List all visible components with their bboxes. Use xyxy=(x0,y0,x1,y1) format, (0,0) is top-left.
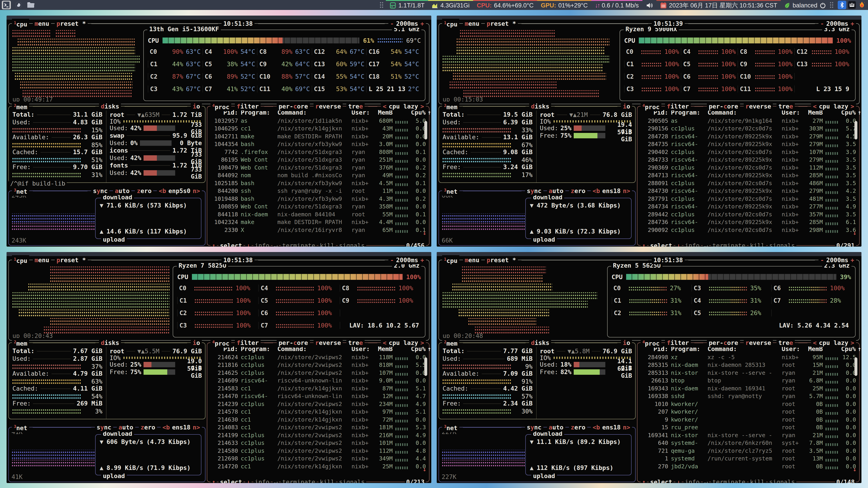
net-sync-toggle[interactable]: sync xyxy=(525,187,544,195)
info-label[interactable]: info xyxy=(684,478,701,483)
process-row[interactable]: 844200sshssh ryan@ruby -x -iroot11M0.0 xyxy=(207,187,429,195)
terminal-launcher[interactable] xyxy=(2,1,11,9)
menu-button[interactable]: menu xyxy=(463,20,481,28)
net-zero-toggle[interactable]: zero xyxy=(135,187,153,195)
info-label[interactable]: info xyxy=(684,242,701,247)
iface-prev[interactable]: <b xyxy=(159,187,166,194)
proc-filter-button[interactable]: filter xyxy=(235,102,260,111)
iface-prev[interactable]: <b xyxy=(162,424,170,431)
network-speed-indicator[interactable]: ↓↑ 0.6 / 0.1 Mb/s xyxy=(591,0,643,10)
memory-usage-indicator[interactable]: 4.3Gi/31Gi xyxy=(428,0,473,10)
select-up-icon[interactable]: ↑ xyxy=(211,242,217,247)
process-row[interactable]: 214083cc1/nix/store/2vwipws2nixb+181M5.3 xyxy=(207,424,429,431)
select-up-icon[interactable]: ↑ xyxy=(641,242,647,247)
preset-button[interactable]: preset * xyxy=(55,20,88,28)
net-auto-toggle[interactable]: auto xyxy=(547,187,565,195)
proc-filter-button[interactable]: filter xyxy=(665,339,691,347)
proc-scrollbar[interactable] xyxy=(424,121,427,140)
net-interface-selector[interactable]: <benp5s0n> xyxy=(157,187,202,195)
sort-next[interactable]: > xyxy=(421,339,424,346)
signals-label[interactable]: signals xyxy=(338,242,366,247)
proc-tree-toggle[interactable]: tree xyxy=(776,102,795,111)
refresh-rate-control[interactable]: -2000ms+ xyxy=(818,256,856,264)
menu-button[interactable]: menu xyxy=(463,256,481,264)
tab-net[interactable]: 3net xyxy=(442,423,459,432)
process-row[interactable]: 214609riscv64-riscv64-unknown-linnixb+9.… xyxy=(207,377,429,385)
signals-label[interactable]: signals xyxy=(768,242,796,247)
kill-label[interactable]: kill xyxy=(318,242,336,247)
iface-prev[interactable]: <b xyxy=(593,424,600,431)
refresh-minus-button[interactable]: - xyxy=(820,20,824,27)
process-row[interactable]: 290092cc1plus/nix/store/02cs0d7snixb+298… xyxy=(638,226,859,234)
proc-reverse-toggle[interactable]: reverse xyxy=(313,102,343,111)
iface-next[interactable]: n> xyxy=(623,424,630,431)
signals-label[interactable]: signals xyxy=(768,478,796,483)
bluetooth-tray-icon[interactable] xyxy=(838,1,846,9)
tab-mem[interactable]: 2mem xyxy=(12,338,29,348)
gpu-usage-indicator[interactable]: GPU: 01%+29°C xyxy=(537,0,591,10)
process-row[interactable]: 214630cc1/nix/store/k14gjkxnnixb+72M0.0 xyxy=(207,416,429,424)
select-label[interactable]: select xyxy=(649,242,674,247)
net-auto-toggle[interactable]: auto xyxy=(547,423,565,431)
sort-next[interactable]: > xyxy=(421,103,424,110)
cpu-usage-indicator[interactable]: CPU: 64.6%+69.0°C xyxy=(473,0,537,10)
proc-scrollbar[interactable] xyxy=(855,121,857,140)
tab-cpu[interactable]: 1cpu xyxy=(12,19,29,29)
info-label[interactable]: info xyxy=(253,478,271,483)
process-row[interactable]: 2330X/nix/store/16iryvr8ryan65M0.1 xyxy=(207,226,429,234)
terminate-label[interactable]: terminate xyxy=(711,242,747,247)
proc-reverse-toggle[interactable]: reverse xyxy=(744,339,773,347)
process-row[interactable]: 214583cc1/nix/store/k14gjkxnnixb+87M5.1 xyxy=(207,385,429,392)
proc-scrollbar[interactable] xyxy=(855,357,857,376)
proc-tree-toggle[interactable]: tree xyxy=(776,339,795,347)
process-row[interactable]: 1032957as/nix/store/1d1iak5nnixb+680M5.0 xyxy=(207,117,429,125)
net-zero-toggle[interactable]: zero xyxy=(139,423,157,431)
process-row[interactable]: 290369cc1plus/nix/store/02cs0d7snixb+112… xyxy=(638,164,859,172)
process-row[interactable]: 1042324makemake DESTDIR= RPATHnixb+4.4M0… xyxy=(207,218,429,226)
process-row[interactable]: 844118nix-daemnix-daemon 844104root55M0.… xyxy=(207,210,429,218)
tab-net[interactable]: 3net xyxy=(442,186,459,196)
proc-percore-toggle[interactable]: per-core xyxy=(707,339,740,347)
process-row[interactable]: 284713riscv64-/nix/store/89225k9xnixb+28… xyxy=(638,172,859,180)
process-row[interactable]: 214470riscv64-riscv64-unknown-linnixb+12… xyxy=(207,392,429,400)
refresh-minus-button[interactable]: - xyxy=(390,20,394,27)
proc-percore-toggle[interactable]: per-core xyxy=(277,102,310,111)
tab-cpu[interactable]: 1cpu xyxy=(442,19,459,29)
process-row[interactable]: 100859Web Cont/nix/store/51dxgra3ryan358… xyxy=(207,203,429,211)
process-row[interactable]: 284735riscv64-/nix/store/89225k9xnixb+27… xyxy=(638,140,859,148)
process-row[interactable]: 214625cc1plus/nix/store/2vwipws2nixb+107… xyxy=(207,369,429,377)
process-row[interactable]: 9kworker/root0B0.0 xyxy=(638,416,859,424)
select-down-icon[interactable]: ↓ xyxy=(675,478,682,483)
net-zero-toggle[interactable]: zero xyxy=(569,423,587,431)
tab-proc[interactable]: 4proc xyxy=(641,338,661,348)
proc-percore-toggle[interactable]: per-core xyxy=(277,339,310,347)
net-zero-toggle[interactable]: zero xyxy=(569,187,587,195)
process-row[interactable]: 214239cc1plus/nix/store/2vwipws2nixb+234… xyxy=(207,400,429,408)
process-row[interactable]: 214633cc1plus/nix/store/2vwipws2nixb+101… xyxy=(207,439,429,447)
tab-mem[interactable]: 2mem xyxy=(442,101,459,111)
refresh-plus-button[interactable]: + xyxy=(850,256,854,264)
process-row[interactable]: 1010kworker/root0B0.0 xyxy=(638,400,859,408)
process-row[interactable]: 270jbd2/vdaroot0B0.0 xyxy=(638,462,859,470)
process-row[interactable]: 207kworker/root0B0.0 xyxy=(638,408,859,416)
process-row[interactable]: 640systemd-/nix/store/6nkzr60nsyst+7.8M0… xyxy=(638,439,859,447)
select-up-icon[interactable]: ↑ xyxy=(641,478,647,483)
tab-net[interactable]: 3net xyxy=(12,186,29,196)
tab-disks[interactable]: disks xyxy=(99,102,121,111)
net-interface-selector[interactable]: <bens18n> xyxy=(591,187,632,195)
process-row[interactable]: 169341nix-stornix-store --serve -ryan21M… xyxy=(638,431,859,439)
refresh-plus-button[interactable]: + xyxy=(421,20,424,27)
net-interface-selector[interactable]: <bens18n> xyxy=(161,423,202,431)
tab-net[interactable]: 3net xyxy=(12,423,29,432)
net-auto-toggle[interactable]: auto xyxy=(117,423,135,431)
browser-launcher[interactable] xyxy=(14,1,23,9)
terminate-label[interactable]: terminate xyxy=(281,242,316,247)
process-row[interactable]: 288091cc1plus/nix/store/02cs0d7snixb+486… xyxy=(638,179,859,187)
process-row[interactable]: 214720cc1/nix/store/k14gjkxnnixb+25M0.0 xyxy=(207,462,429,470)
select-down-icon[interactable]: ↓ xyxy=(675,242,682,247)
tab-cpu[interactable]: 1cpu xyxy=(442,255,459,265)
proc-sort-selector[interactable]: <cpu lazy> xyxy=(381,339,426,347)
process-row[interactable]: 844092nomnom build .#nixosCoryan49M0.2 xyxy=(207,172,429,180)
sort-prev[interactable]: < xyxy=(813,103,816,110)
process-row[interactable]: 289442cc1plus/nix/store/02cs0d7snixb+357… xyxy=(638,210,859,218)
